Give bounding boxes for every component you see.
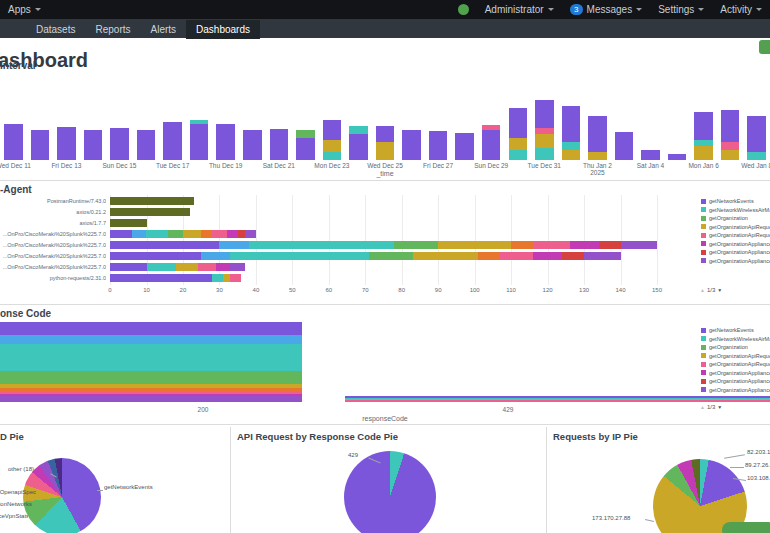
messages-menu[interactable]: 3 Messages — [570, 4, 643, 15]
interval-bar[interactable] — [243, 130, 262, 160]
bar-segment — [201, 252, 230, 260]
gridline — [219, 195, 220, 285]
ua-row-bar[interactable] — [110, 197, 194, 205]
legend-item[interactable]: getOrganizationApplianceVpnStatuses — [701, 257, 770, 266]
activity-menu[interactable]: Activity — [720, 4, 762, 15]
ua-row-label: axios/0.21.2 — [0, 208, 106, 216]
interval-bar[interactable] — [641, 150, 660, 160]
interval-bar[interactable] — [747, 116, 766, 160]
appnav-item-alerts[interactable]: Alerts — [140, 20, 186, 39]
legend-item[interactable]: getOrganization — [701, 214, 770, 223]
legend-item[interactable]: getOrganizationApiRequestsOverview — [701, 231, 770, 240]
interval-bar[interactable] — [429, 131, 448, 160]
legend-label: getOrganizationApplianceVpnStatuses — [709, 258, 770, 264]
interval-bar[interactable] — [615, 132, 634, 160]
chevron-down-icon — [698, 8, 704, 11]
administrator-menu[interactable]: Administrator — [485, 4, 554, 15]
bar-segment — [230, 263, 245, 271]
interval-bar[interactable] — [668, 154, 687, 160]
ua-row-label: PostmanRuntime/7.43.0 — [0, 197, 106, 205]
settings-menu[interactable]: Settings — [658, 4, 704, 15]
interval-bar[interactable] — [455, 133, 474, 160]
legend-item[interactable]: getOrganizationApplianceUplinkStatuses — [701, 369, 770, 378]
interval-bar[interactable] — [296, 130, 315, 160]
callout-line — [730, 467, 744, 468]
ua-row-bar[interactable] — [110, 263, 245, 271]
legend-item[interactable]: getOrganizationApplianceUplinkStatuses — [701, 240, 770, 249]
appnav-item-reports[interactable]: Reports — [85, 20, 140, 39]
bar-segment — [137, 130, 156, 160]
legend-swatch — [701, 328, 706, 333]
legend-item[interactable]: getOrganization — [701, 343, 770, 352]
legend-item[interactable]: getOrganizationApplianceVpnStatuses — [701, 386, 770, 395]
interval-bar[interactable] — [4, 124, 23, 160]
apps-menu[interactable]: Apps — [8, 4, 41, 15]
rc-column-429[interactable] — [345, 396, 770, 402]
legend-swatch — [701, 370, 706, 375]
interval-bar[interactable] — [323, 120, 342, 160]
ua-row-bar[interactable] — [110, 219, 147, 227]
interval-bar[interactable] — [694, 112, 713, 160]
pie-1[interactable] — [344, 451, 436, 533]
interval-bar[interactable] — [84, 130, 103, 160]
interval-bar[interactable] — [402, 130, 421, 160]
interval-bar[interactable] — [535, 100, 554, 160]
interval-bar[interactable] — [31, 130, 50, 160]
interval-bar[interactable] — [588, 116, 607, 160]
legend-item[interactable]: getOrganizationApiRequests — [701, 352, 770, 361]
bar-segment — [110, 241, 219, 249]
bar-segment — [230, 274, 241, 282]
legend-label: getNetworkWirelessAirMarshal — [709, 336, 770, 342]
interval-bar[interactable] — [137, 130, 156, 160]
interval-bar[interactable] — [57, 127, 76, 160]
pager-up-icon[interactable]: ▲ — [700, 287, 705, 293]
legend-item[interactable]: getOrganizationApiRequestsOverview — [701, 360, 770, 369]
interval-bar[interactable] — [376, 126, 395, 160]
legend-item[interactable]: getOrganizationApplianceVpnStats — [701, 377, 770, 386]
legend-item[interactable]: getNetworkEvents — [701, 326, 770, 335]
appnav-item-dashboards[interactable]: Dashboards — [186, 20, 260, 39]
bar-segment — [163, 122, 182, 160]
interval-bar[interactable] — [349, 126, 368, 160]
interval-bar[interactable] — [216, 124, 235, 160]
interval-bar[interactable] — [721, 110, 740, 160]
legend-item[interactable]: getOrganizationApiRequests — [701, 223, 770, 232]
interval-bar[interactable] — [509, 108, 528, 160]
interval-bar[interactable] — [270, 129, 289, 160]
interval-bar[interactable] — [190, 120, 209, 160]
interval-bar[interactable] — [562, 106, 581, 160]
interval-bar[interactable] — [110, 128, 129, 160]
ua-row-bar[interactable] — [110, 274, 241, 282]
pager-page-label: 1/3 — [707, 404, 715, 410]
legend-item[interactable]: getNetworkWirelessAirMarshal — [701, 206, 770, 215]
pie-0[interactable] — [23, 458, 101, 533]
x-tick-label: 90 — [435, 287, 442, 293]
rc-column-200[interactable] — [0, 322, 302, 402]
ua-row-bar[interactable] — [110, 230, 256, 238]
legend-item[interactable]: getNetworkWirelessAirMarshal — [701, 335, 770, 344]
legend-item[interactable]: getNetworkEvents — [701, 197, 770, 206]
pager-down-icon[interactable]: ▼ — [717, 404, 722, 410]
ua-row-bar[interactable] — [110, 252, 621, 260]
pager-down-icon[interactable]: ▼ — [717, 287, 722, 293]
submit-button-partial[interactable] — [722, 522, 770, 533]
ua-row-label: axios/1.7.7 — [0, 219, 106, 227]
interval-bar[interactable] — [482, 125, 501, 160]
pie-callout-ip3: 103.108.92.81 — [747, 475, 770, 481]
pager-page-label: 1/3 — [707, 287, 715, 293]
legend-swatch — [701, 387, 706, 392]
interval-bar[interactable] — [163, 122, 182, 160]
legend-item[interactable]: getOrganizationApplianceVpnStats — [701, 248, 770, 257]
bar-segment — [747, 116, 766, 152]
ua-row-bar[interactable] — [110, 241, 657, 249]
x-tick-label: Tue Dec 17 — [156, 162, 189, 169]
bar-segment — [535, 148, 554, 160]
pager-up-icon[interactable]: ▲ — [700, 404, 705, 410]
legend-swatch — [701, 353, 706, 358]
appnav-item-datasets[interactable]: Datasets — [26, 20, 85, 39]
bar-segment — [132, 230, 147, 238]
user-avatar-icon[interactable] — [458, 4, 469, 15]
ua-row-bar[interactable] — [110, 208, 190, 216]
edit-button-partial[interactable] — [759, 40, 770, 54]
x-tick-label: Sun Dec 29 — [474, 162, 508, 169]
